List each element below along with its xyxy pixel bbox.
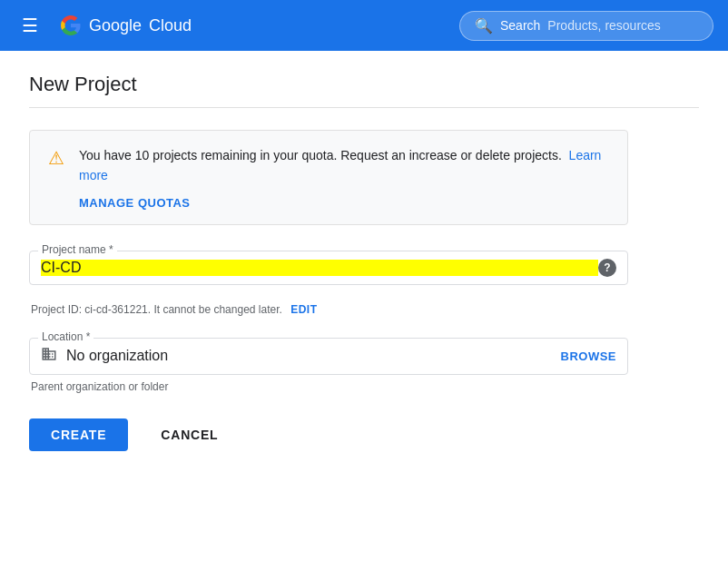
cancel-button[interactable]: CANCEL bbox=[139, 418, 240, 451]
warning-icon: ⚠ bbox=[48, 147, 64, 169]
project-name-field-group: Project name * ? bbox=[29, 251, 628, 285]
manage-quotas-link[interactable]: MANAGE QUOTAS bbox=[79, 196, 191, 210]
required-marker: * bbox=[106, 243, 113, 256]
location-hint: Parent organization or folder bbox=[31, 380, 628, 393]
search-icon: 🔍 bbox=[475, 17, 493, 34]
navbar: ☰ Google Cloud 🔍 Search Products, resour… bbox=[0, 0, 728, 51]
warning-content: You have 10 projects remaining in your q… bbox=[79, 145, 609, 210]
divider bbox=[29, 107, 699, 108]
create-button[interactable]: CREATE bbox=[29, 418, 128, 451]
menu-icon[interactable]: ☰ bbox=[15, 7, 45, 44]
page-content: New Project ⚠ You have 10 projects remai… bbox=[0, 51, 728, 473]
location-field-group: Location * No organization BROWSE Parent… bbox=[29, 338, 628, 393]
search-bar[interactable]: 🔍 Search Products, resources bbox=[459, 11, 713, 41]
search-placeholder: Products, resources bbox=[547, 18, 661, 33]
project-name-input[interactable] bbox=[41, 260, 598, 276]
project-name-input-wrapper: ? bbox=[29, 251, 628, 285]
warning-text: You have 10 projects remaining in your q… bbox=[79, 145, 609, 186]
project-name-help-icon[interactable]: ? bbox=[598, 259, 616, 277]
organization-icon bbox=[41, 346, 57, 367]
search-label: Search bbox=[500, 18, 540, 33]
page-title: New Project bbox=[29, 73, 699, 96]
edit-project-id-link[interactable]: EDIT bbox=[290, 303, 317, 316]
location-required-marker: * bbox=[83, 330, 90, 343]
logo-google-text: Google bbox=[89, 16, 142, 35]
logo-cloud-text: Cloud bbox=[149, 16, 192, 35]
google-cloud-logo: Google Cloud bbox=[60, 15, 192, 36]
project-id-text: Project ID: ci-cd-361221. It cannot be c… bbox=[31, 303, 282, 316]
project-name-label-text: Project name bbox=[42, 243, 106, 256]
project-id-info: Project ID: ci-cd-361221. It cannot be c… bbox=[31, 303, 628, 316]
quota-warning-box: ⚠ You have 10 projects remaining in your… bbox=[29, 130, 628, 225]
form-buttons: CREATE CANCEL bbox=[29, 418, 628, 451]
location-input-wrapper: No organization BROWSE bbox=[29, 338, 628, 375]
warning-main-text: You have 10 projects remaining in your q… bbox=[79, 148, 562, 162]
location-label-text: Location bbox=[42, 330, 83, 343]
location-value: No organization bbox=[66, 348, 561, 364]
project-name-label: Project name * bbox=[38, 243, 117, 256]
browse-location-link[interactable]: BROWSE bbox=[561, 349, 617, 363]
new-project-form: Project name * ? Project ID: ci-cd-36122… bbox=[29, 251, 628, 451]
location-label: Location * bbox=[38, 330, 93, 343]
google-logo-icon bbox=[60, 15, 82, 36]
